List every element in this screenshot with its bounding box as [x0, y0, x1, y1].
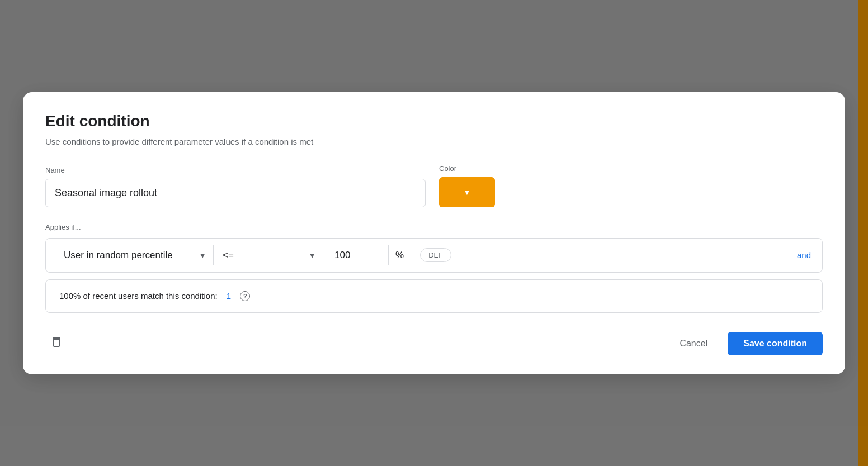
operator-select[interactable]: <= ▼ — [214, 245, 326, 265]
operator-label: <= — [223, 250, 303, 261]
percent-label: % — [389, 250, 411, 261]
condition-type-select[interactable]: User in random percentile ▼ — [57, 245, 214, 265]
match-info-box: 100% of recent users match this conditio… — [45, 279, 823, 313]
value-input-wrap — [326, 245, 389, 265]
dialog-subtitle: Use conditions to provide different para… — [45, 137, 823, 146]
footer-right: Cancel Save condition — [668, 332, 823, 355]
save-condition-button[interactable]: Save condition — [728, 332, 823, 355]
color-label: Color — [439, 164, 495, 173]
name-label: Name — [45, 166, 426, 174]
def-badge[interactable]: DEF — [420, 248, 451, 262]
condition-type-label: User in random percentile — [64, 250, 193, 261]
condition-row: User in random percentile ▼ <= ▼ % DEF a… — [45, 238, 823, 273]
condition-type-chevron-icon: ▼ — [199, 251, 206, 260]
name-form-group: Name — [45, 166, 426, 207]
name-color-row: Name Color ▼ — [45, 164, 823, 207]
edit-condition-dialog: Edit condition Use conditions to provide… — [23, 92, 845, 374]
help-icon[interactable]: ? — [240, 291, 250, 301]
delete-button[interactable] — [45, 331, 68, 356]
dialog-title: Edit condition — [45, 112, 823, 130]
color-picker-button[interactable]: ▼ — [439, 177, 495, 207]
color-form-group: Color ▼ — [439, 164, 495, 207]
operator-chevron-icon: ▼ — [308, 251, 316, 260]
and-link[interactable]: and — [797, 250, 811, 260]
dialog-footer: Cancel Save condition — [45, 331, 823, 356]
name-input[interactable] — [45, 179, 426, 207]
chevron-down-icon: ▼ — [463, 188, 471, 197]
percentile-value-input[interactable] — [334, 250, 379, 261]
match-text-prefix: 100% of recent users match this conditio… — [59, 291, 218, 301]
match-number-link[interactable]: 1 — [227, 291, 231, 301]
dialog-overlay: Edit condition Use conditions to provide… — [0, 0, 868, 466]
applies-label: Applies if... — [45, 223, 823, 231]
cancel-button[interactable]: Cancel — [668, 333, 719, 354]
